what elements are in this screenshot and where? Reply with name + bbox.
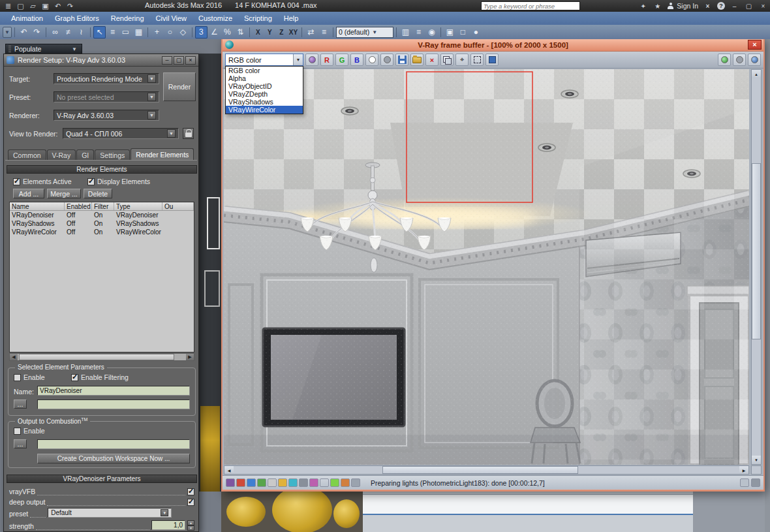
menu-scripting[interactable]: Scripting (238, 14, 278, 22)
tab-render-elements[interactable]: Render Elements (131, 148, 194, 161)
schematic-view-icon[interactable] (412, 26, 425, 39)
scroll-left-icon[interactable]: ◀ (224, 466, 234, 474)
lens-effects-icon[interactable] (748, 54, 761, 66)
vfb-status-icon[interactable] (247, 478, 256, 487)
green-channel-button[interactable]: G (335, 54, 348, 66)
save-image-button[interactable] (395, 54, 408, 66)
vfb-status-icon[interactable] (299, 478, 308, 487)
table-row[interactable]: VRayDenoiserOffOnVRayDenoiser (10, 211, 194, 219)
align-icon[interactable] (318, 26, 330, 39)
menu-animation[interactable]: Animation (5, 14, 49, 22)
percent-snap-icon[interactable] (221, 26, 234, 39)
infocenter-icon[interactable] (638, 1, 648, 11)
channel-option[interactable]: VRayShadows (226, 98, 303, 106)
strength-field[interactable]: 1,0 (151, 520, 185, 530)
open-file-icon[interactable] (27, 1, 38, 11)
vfb-horizontal-scrollbar[interactable]: ◀ ▶ (224, 465, 749, 475)
scroll-right-icon[interactable]: ▶ (739, 466, 748, 474)
sign-in-button[interactable]: Sign In (667, 2, 698, 10)
viewport-layout-dropdown[interactable]: ▼ (3, 27, 12, 38)
undo-icon[interactable] (18, 26, 30, 39)
populate-flyout-icon[interactable] (70, 45, 79, 54)
save-file-icon[interactable] (40, 1, 51, 11)
scroll-down-icon[interactable]: ▼ (752, 456, 761, 464)
table-horizontal-scrollbar[interactable]: ◀ ▶ (9, 353, 194, 361)
render-setup-titlebar[interactable]: Render Setup: V-Ray Adv 3.60.03 (4, 54, 198, 67)
renderer-dropdown[interactable]: V-Ray Adv 3.60.03▼ (54, 110, 159, 121)
select-by-name-icon[interactable] (106, 26, 119, 39)
rendered-frame-window-icon[interactable] (457, 26, 469, 39)
duplicate-buffer-button[interactable] (440, 54, 454, 66)
scrollbar-thumb[interactable] (382, 466, 578, 474)
spinner-snap-icon[interactable] (234, 26, 247, 39)
axis-y-button[interactable]: Y (264, 26, 275, 39)
monochrome-channel-button[interactable] (365, 54, 378, 66)
delete-button[interactable]: Delete (84, 189, 112, 198)
window-maximize-icon[interactable] (744, 1, 754, 11)
output-path-field[interactable] (37, 399, 190, 409)
vfb-status-icon[interactable] (268, 478, 277, 487)
preview-sphere-icon[interactable] (305, 54, 318, 66)
pixel-info-icon[interactable] (733, 54, 746, 66)
select-and-link-icon[interactable] (49, 26, 61, 39)
angle-snap-icon[interactable] (208, 26, 221, 39)
app-menu-icon[interactable] (3, 1, 14, 11)
vfb-status-icon[interactable] (751, 478, 760, 487)
vfb-status-icon[interactable] (330, 478, 339, 487)
vraydenoiser-parameters-rollout[interactable]: VRayDenoiser Parameters (7, 475, 197, 483)
blue-channel-button[interactable]: B (350, 54, 363, 66)
elements-active-checkbox[interactable] (13, 178, 20, 185)
vfb-close-icon[interactable] (748, 40, 762, 50)
render-production-icon[interactable] (470, 26, 482, 39)
scroll-left-icon[interactable]: ◀ (10, 354, 18, 360)
scroll-right-icon[interactable]: ▶ (186, 354, 194, 360)
lock-view-button[interactable] (183, 128, 194, 139)
vfb-titlebar[interactable]: V-Ray frame buffer - [100% of 2000 x 150… (223, 39, 763, 51)
window-minimize-icon[interactable] (730, 1, 739, 11)
display-elements-checkbox[interactable] (87, 178, 95, 185)
deep-output-checkbox[interactable] (187, 499, 194, 506)
alpha-channel-button[interactable] (380, 54, 393, 66)
redo-icon[interactable] (31, 26, 43, 39)
target-dropdown[interactable]: Production Rendering Mode▼ (54, 73, 159, 84)
dialog-close-icon[interactable] (185, 56, 196, 65)
clear-image-button[interactable] (425, 54, 439, 66)
scrollbar-thumb[interactable] (19, 354, 174, 360)
menu-civil-view[interactable]: Civil View (150, 14, 192, 22)
select-and-scale-icon[interactable] (177, 26, 189, 39)
enable-filtering-checkbox[interactable] (71, 374, 78, 381)
show-corrections-button[interactable] (485, 54, 499, 66)
render-canvas[interactable] (224, 69, 749, 465)
dialog-maximize-icon[interactable] (174, 56, 184, 65)
color-corrections-icon[interactable] (718, 54, 731, 66)
browse-button[interactable]: ... (14, 399, 27, 409)
menu-graph-editors[interactable]: Graph Editors (49, 14, 105, 22)
menu-rendering[interactable]: Rendering (105, 14, 150, 22)
vfb-status-icon[interactable] (278, 478, 287, 487)
select-and-move-icon[interactable] (151, 26, 163, 39)
combustion-path-field[interactable] (37, 439, 190, 449)
snap-toggle-3d-icon[interactable]: 3 (195, 26, 208, 39)
axis-x-button[interactable]: X (253, 26, 264, 39)
vfb-status-icon[interactable] (226, 478, 235, 487)
preset-dropdown[interactable]: No preset selected▼ (54, 91, 159, 102)
dialog-minimize-icon[interactable] (162, 56, 172, 65)
channel-select[interactable]: RGB color ▼ (225, 54, 303, 66)
rectangular-selection-region-icon[interactable] (119, 26, 132, 39)
vfb-status-icon[interactable] (740, 478, 749, 487)
menu-customize[interactable]: Customize (192, 14, 238, 22)
vfb-status-icon[interactable] (341, 478, 350, 487)
vfb-vertical-scrollbar[interactable]: ▲ ▼ (751, 69, 762, 465)
vfb-status-icon[interactable] (257, 478, 266, 487)
load-image-button[interactable] (410, 54, 424, 66)
curve-editor-icon[interactable] (399, 26, 412, 39)
new-file-icon[interactable] (15, 1, 26, 11)
red-channel-button[interactable]: R (320, 54, 333, 66)
tab-gi[interactable]: GI (76, 149, 94, 161)
render-setup-icon[interactable] (444, 26, 456, 39)
channel-option[interactable]: VRayObjectID (226, 82, 303, 90)
combustion-browse-button[interactable]: ... (14, 439, 27, 448)
undo-icon[interactable] (52, 1, 63, 11)
combustion-enable-checkbox[interactable] (14, 428, 21, 435)
vfb-status-icon[interactable] (351, 478, 360, 487)
